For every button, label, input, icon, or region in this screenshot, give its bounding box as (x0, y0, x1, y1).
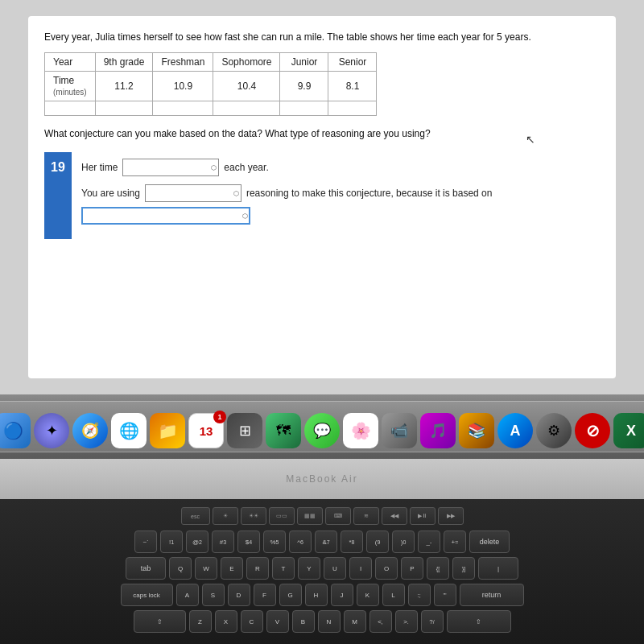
g-key[interactable]: G (279, 584, 302, 606)
2-key[interactable]: @2 (186, 530, 208, 553)
b-key[interactable]: B (292, 610, 315, 633)
e-key[interactable]: E (221, 557, 243, 580)
caps-key[interactable]: caps lock (121, 584, 173, 606)
return-key[interactable]: return (460, 584, 524, 606)
x-key[interactable]: X (215, 610, 237, 633)
f4-key[interactable]: ▦▦ (297, 507, 323, 525)
semicolon-key[interactable]: :; (408, 584, 431, 606)
chrome-icon[interactable]: 🌐 (111, 413, 147, 448)
f8-key[interactable]: ▶⏸ (410, 507, 436, 525)
j-key[interactable]: J (331, 584, 353, 606)
f-key[interactable]: F (254, 584, 276, 606)
shift-r-key[interactable]: ⇧ (447, 610, 511, 633)
f9-key[interactable]: ▶▶ (438, 507, 464, 525)
a-key[interactable]: A (176, 584, 199, 606)
time-change-dropdown-wrapper[interactable]: decreases increases stays the same (122, 159, 219, 176)
z-key[interactable]: Z (189, 610, 212, 633)
time-senior: 8.1 (328, 71, 377, 101)
f7-key[interactable]: ◀◀ (382, 507, 407, 525)
quote-key[interactable]: "' (434, 584, 456, 606)
laptop-brand: MacBook Air (286, 473, 357, 485)
based-on-dropdown-wrapper[interactable]: observed data a theorem a definition (81, 207, 250, 225)
f6-key[interactable]: ≋ (353, 507, 379, 525)
u-key[interactable]: U (324, 557, 346, 580)
0-key[interactable]: )0 (392, 530, 415, 553)
sentence2-middle: reasoning to make this conjecture, becau… (246, 188, 493, 199)
messages-icon[interactable]: 💬 (304, 413, 340, 448)
calendar-badge: 1 (213, 411, 226, 423)
laptop-screen: Every year, Julia times herself to see h… (0, 0, 644, 394)
f3-key[interactable]: ▭▭ (269, 507, 295, 525)
slash-key[interactable]: ?/ (421, 610, 444, 633)
maps-icon[interactable]: 🗺 (266, 413, 301, 448)
grid-apps-icon[interactable]: ⊞ (227, 413, 262, 448)
equals-key[interactable]: += (444, 530, 466, 553)
finder-icon[interactable]: 🔵 (0, 413, 31, 448)
esc-key[interactable]: esc (181, 507, 210, 525)
bracket-r-key[interactable]: }] (452, 557, 475, 580)
c-key[interactable]: C (241, 610, 263, 633)
q-key[interactable]: Q (169, 557, 192, 580)
9-key[interactable]: (9 (366, 530, 389, 553)
l-key[interactable]: L (382, 584, 405, 606)
delete-key[interactable]: delete (469, 530, 510, 553)
itunes-icon[interactable]: 🎵 (420, 413, 456, 448)
f5-key[interactable]: ⌨ (325, 507, 351, 525)
time-junior: 9.9 (280, 71, 328, 101)
calendar-icon[interactable]: 13 1 (188, 413, 224, 448)
v-key[interactable]: V (266, 610, 289, 633)
3-key[interactable]: #3 (212, 530, 234, 553)
shift-l-key[interactable]: ⇧ (134, 610, 186, 633)
r-key[interactable]: R (246, 557, 269, 580)
based-on-dropdown[interactable]: observed data a theorem a definition (81, 207, 250, 225)
m-key[interactable]: M (344, 610, 366, 633)
8-key[interactable]: *8 (341, 530, 363, 553)
y-key[interactable]: Y (298, 557, 320, 580)
bracket-l-key[interactable]: {[ (427, 557, 449, 580)
facetime-icon[interactable]: 📹 (382, 413, 417, 448)
h-key[interactable]: H (305, 584, 328, 606)
minus-key[interactable]: _- (418, 530, 440, 553)
screen-inner: Every year, Julia times herself to see h… (28, 16, 616, 378)
comma-key[interactable]: <, (369, 610, 392, 633)
n-key[interactable]: N (318, 610, 341, 633)
tab-key[interactable]: tab (126, 557, 166, 580)
siri-icon[interactable]: ✦ (34, 413, 69, 448)
i-key[interactable]: I (349, 557, 372, 580)
books-icon[interactable]: 📚 (459, 413, 494, 448)
photos-folder-icon[interactable]: 📁 (150, 413, 185, 448)
1-key[interactable]: !1 (160, 530, 183, 553)
time-label: Time (minutes) (45, 71, 96, 101)
5-key[interactable]: %5 (263, 530, 286, 553)
w-key[interactable]: W (195, 557, 217, 580)
safari-icon[interactable]: 🧭 (72, 413, 108, 448)
k-key[interactable]: K (357, 584, 379, 606)
7-key[interactable]: &7 (315, 530, 337, 553)
laptop-body: MacBook Air (0, 459, 644, 499)
s-key[interactable]: S (202, 584, 225, 606)
keyboard-area: esc ☀ ☀☀ ▭▭ ▦▦ ⌨ ≋ ◀◀ ▶⏸ ▶▶ ~` !1 @2 #3 … (0, 499, 644, 644)
block-icon[interactable]: ⊘ (575, 413, 610, 448)
o-key[interactable]: O (375, 557, 398, 580)
system-prefs-icon[interactable]: ⚙ (536, 413, 572, 448)
time-change-dropdown[interactable]: decreases increases stays the same (122, 159, 219, 176)
reasoning-type-dropdown[interactable]: inductive deductive (145, 184, 242, 202)
6-key[interactable]: ^6 (289, 530, 312, 553)
question-content: Her time decreases increases stays the s… (72, 152, 600, 239)
col-senior: Senior (328, 52, 377, 71)
f1-key[interactable]: ☀ (213, 507, 238, 525)
d-key[interactable]: D (228, 584, 250, 606)
excel-icon[interactable]: X (613, 413, 644, 448)
appstore-icon[interactable]: A (497, 413, 533, 448)
question-19-block: 19 Her time decreases increases stays th… (44, 152, 600, 239)
p-key[interactable]: P (401, 557, 423, 580)
backslash-key[interactable]: | (478, 557, 518, 580)
reasoning-type-dropdown-wrapper[interactable]: inductive deductive (145, 184, 242, 202)
period-key[interactable]: >. (395, 610, 418, 633)
sentence-row-2: You are using inductive deductive reason… (81, 184, 590, 225)
t-key[interactable]: T (272, 557, 295, 580)
tilde-key[interactable]: ~` (134, 530, 157, 553)
4-key[interactable]: $4 (237, 530, 260, 553)
f2-key[interactable]: ☀☀ (241, 507, 266, 525)
photos-icon[interactable]: 🌸 (343, 413, 378, 448)
